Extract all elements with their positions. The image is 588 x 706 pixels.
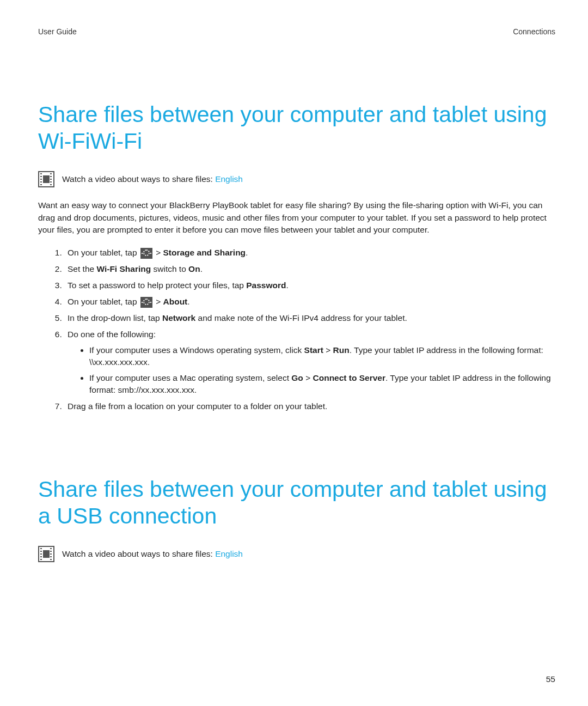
step-4: On your tablet, tap > About. bbox=[64, 295, 555, 308]
step-2-text-a: Set the bbox=[68, 264, 96, 273]
video-caption-text: Watch a video about ways to share files: bbox=[62, 174, 215, 184]
step-1: On your tablet, tap > Storage and Sharin… bbox=[64, 246, 555, 259]
step-5-text-b: Network bbox=[162, 313, 195, 322]
step-6-sub-mac: If your computer uses a Mac operating sy… bbox=[89, 372, 555, 397]
step-6: Do one of the following: If your compute… bbox=[64, 328, 555, 397]
step-5-text-c: and make note of the Wi-Fi IPv4 address … bbox=[195, 313, 407, 322]
step-3-text-c: . bbox=[286, 281, 289, 290]
step-1-text-d: . bbox=[246, 248, 248, 257]
page-number: 55 bbox=[546, 674, 555, 684]
video-callout-wifi: Watch a video about ways to share files:… bbox=[38, 171, 555, 187]
step-4-text-b: > bbox=[154, 297, 163, 306]
page-header: User Guide Connections bbox=[38, 27, 555, 36]
video-caption-wifi: Watch a video about ways to share files:… bbox=[62, 174, 243, 184]
step-6-sub1-a: If your computer uses a Windows operatin… bbox=[89, 345, 304, 355]
video-link-english-usb[interactable]: English bbox=[215, 549, 243, 558]
step-6-sub1-d: Run bbox=[333, 345, 350, 355]
step-2: Set the Wi-Fi Sharing switch to On. bbox=[64, 263, 555, 276]
step-6-sub2-d: Connect to Server bbox=[313, 373, 386, 382]
video-link-english[interactable]: English bbox=[215, 174, 243, 184]
step-3-text-b: Password bbox=[246, 281, 286, 290]
step-3: To set a password to help protect your f… bbox=[64, 279, 555, 292]
step-2-text-d: On bbox=[188, 264, 200, 273]
step-4-text-d: . bbox=[187, 297, 189, 306]
step-2-text-c: switch to bbox=[151, 264, 188, 273]
video-caption-usb: Watch a video about ways to share files:… bbox=[62, 549, 243, 559]
step-5: In the drop-down list, tap Network and m… bbox=[64, 312, 555, 325]
step-4-text-c: About bbox=[163, 297, 188, 306]
film-icon bbox=[38, 546, 54, 562]
steps-list-wifi: On your tablet, tap > Storage and Sharin… bbox=[38, 246, 555, 413]
step-6-sub2-a: If your computer uses a Mac operating sy… bbox=[89, 373, 291, 382]
step-5-text-a: In the drop-down list, tap bbox=[68, 313, 162, 322]
film-icon bbox=[38, 171, 54, 187]
header-left: User Guide bbox=[38, 27, 77, 36]
step-6-sub-windows: If your computer uses a Windows operatin… bbox=[89, 344, 555, 369]
video-caption-text-usb: Watch a video about ways to share files: bbox=[62, 549, 215, 558]
section-title-wifi: Share files between your computer and ta… bbox=[38, 101, 555, 155]
step-7: Drag a file from a location on your comp… bbox=[64, 400, 555, 413]
step-1-text-a: On your tablet, tap bbox=[68, 248, 139, 257]
step-3-text-a: To set a password to help protect your f… bbox=[68, 281, 246, 290]
step-6-sub1-c: > bbox=[323, 345, 333, 355]
intro-paragraph-wifi: Want an easy way to connect your BlackBe… bbox=[38, 199, 555, 236]
header-right: Connections bbox=[513, 27, 555, 36]
video-callout-usb: Watch a video about ways to share files:… bbox=[38, 546, 555, 562]
step-1-text-c: Storage and Sharing bbox=[163, 248, 246, 257]
section-title-usb: Share files between your computer and ta… bbox=[38, 476, 555, 530]
settings-icon bbox=[140, 248, 152, 259]
step-2-text-e: . bbox=[200, 264, 203, 273]
step-2-text-b: Wi-Fi Sharing bbox=[96, 264, 151, 273]
step-4-text-a: On your tablet, tap bbox=[68, 297, 139, 306]
step-6-sub2-b: Go bbox=[291, 373, 303, 382]
settings-icon bbox=[140, 297, 152, 308]
step-6-sub2-c: > bbox=[303, 373, 313, 382]
step-6-text: Do one of the following: bbox=[68, 330, 156, 339]
document-page: User Guide Connections Share files betwe… bbox=[0, 0, 588, 706]
step-6-sublist: If your computer uses a Windows operatin… bbox=[68, 344, 555, 397]
step-1-text-b: > bbox=[154, 248, 163, 257]
step-6-sub1-b: Start bbox=[304, 345, 323, 355]
